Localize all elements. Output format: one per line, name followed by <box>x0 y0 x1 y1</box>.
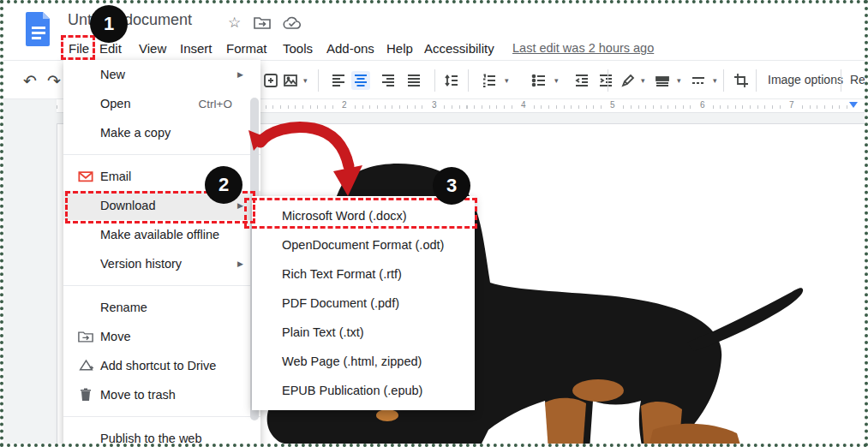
increase-indent-icon[interactable] <box>596 71 615 90</box>
align-left-icon[interactable] <box>329 71 348 90</box>
star-icon[interactable]: ☆ <box>228 14 241 32</box>
menu-addons[interactable]: Add-ons <box>326 41 374 56</box>
redo-icon[interactable]: ↷ <box>45 71 63 90</box>
border-dash-icon[interactable] <box>689 71 708 90</box>
submenu-item-plain-text[interactable]: Plain Text (.txt) <box>252 318 475 347</box>
menu-item-make-a-copy[interactable]: Make a copy <box>63 118 260 147</box>
bulleted-list-dropdown-icon[interactable]: ▾ <box>554 76 559 85</box>
shortcut-label: Ctrl+O <box>199 98 232 110</box>
submenu-item-pdf[interactable]: PDF Document (.pdf) <box>252 289 475 318</box>
toolbar-separator <box>723 69 724 92</box>
menu-item-rename[interactable]: Rename <box>63 293 260 322</box>
toolbar-separator <box>468 69 469 92</box>
toolbar-separator <box>434 69 435 92</box>
menu-divider <box>63 416 260 417</box>
move-folder-icon <box>76 331 95 343</box>
menu-file[interactable]: File <box>69 41 89 56</box>
insert-image-icon[interactable] <box>281 71 300 90</box>
toolbar-separator <box>318 69 319 92</box>
submenu-item-epub[interactable]: EPUB Publication (.epub) <box>252 376 475 405</box>
menu-edit[interactable]: Edit <box>99 41 122 56</box>
menu-item-version-history[interactable]: Version history ▶ <box>63 249 260 278</box>
border-dash-dropdown-icon[interactable]: ▾ <box>713 76 717 85</box>
ruler-number: 4 <box>518 100 529 110</box>
submenu-item-microsoft-word[interactable]: Microsoft Word (.docx) <box>252 201 475 230</box>
ruler-number: 3 <box>429 100 440 110</box>
submenu-item-web-page[interactable]: Web Page (.html, zipped) <box>252 347 475 376</box>
title-bar: Untitled document ☆ File Edit View Inser… <box>3 3 865 60</box>
reset-image-button[interactable]: Re <box>850 73 865 86</box>
numbered-list-icon[interactable] <box>480 71 499 90</box>
crop-icon[interactable] <box>732 71 751 90</box>
annotation-badge-3: 3 <box>433 167 470 205</box>
margin-marker-icon[interactable] <box>849 102 858 108</box>
undo-icon[interactable]: ↶ <box>21 71 39 90</box>
move-folder-icon[interactable] <box>254 16 271 30</box>
decrease-indent-icon[interactable] <box>572 71 591 90</box>
cloud-saved-icon[interactable] <box>283 16 302 30</box>
menu-divider <box>63 154 260 155</box>
annotation-badge-1: 1 <box>90 5 128 43</box>
submenu-item-rich-text[interactable]: Rich Text Format (.rtf) <box>252 259 475 289</box>
line-weight-icon[interactable] <box>653 71 672 90</box>
menu-item-make-available-offline[interactable]: Make available offline <box>63 220 260 249</box>
ruler-number: 6 <box>697 100 708 110</box>
toolbar-separator <box>756 69 757 92</box>
submenu-arrow-icon: ▶ <box>237 201 243 210</box>
add-comment-icon[interactable] <box>261 71 280 90</box>
menu-item-move[interactable]: Move <box>63 322 260 351</box>
menu-format[interactable]: Format <box>226 41 267 56</box>
menu-insert[interactable]: Insert <box>180 41 213 56</box>
menu-divider <box>63 285 260 286</box>
image-options-button[interactable]: Image options <box>768 73 843 86</box>
google-docs-icon <box>26 12 51 48</box>
menu-help[interactable]: Help <box>386 41 413 56</box>
last-edit-link[interactable]: Last edit was 2 hours ago <box>512 41 654 55</box>
screenshot-frame: 2 3 4 5 6 7 Untitled document <box>0 0 868 447</box>
menu-item-new[interactable]: New ▶ <box>63 60 260 89</box>
toolbar-separator <box>841 69 841 92</box>
menu-item-open[interactable]: Open Ctrl+O <box>63 89 260 118</box>
menu-item-add-shortcut-to-drive[interactable]: Add shortcut to Drive <box>63 351 260 380</box>
document-title[interactable]: Untitled document <box>68 11 192 29</box>
line-spacing-icon[interactable] <box>442 71 461 90</box>
border-color-icon[interactable] <box>619 71 638 90</box>
image-dropdown-icon[interactable]: ▾ <box>303 76 308 85</box>
menu-item-move-to-trash[interactable]: Move to trash <box>63 380 260 409</box>
bulleted-list-icon[interactable] <box>530 71 548 90</box>
numbered-list-dropdown-icon[interactable]: ▾ <box>505 76 509 85</box>
menu-view[interactable]: View <box>139 41 166 56</box>
align-center-icon[interactable] <box>351 71 370 90</box>
annotation-badge-2: 2 <box>205 166 242 204</box>
border-color-dropdown-icon[interactable]: ▾ <box>641 76 645 85</box>
submenu-arrow-icon: ▶ <box>237 70 243 79</box>
file-menu: New ▶ Open Ctrl+O Make a copy Email Down… <box>63 60 260 447</box>
drive-add-icon <box>76 359 95 372</box>
ruler-number: 7 <box>787 100 797 110</box>
gmail-icon <box>76 170 95 182</box>
align-right-icon[interactable] <box>379 71 398 90</box>
download-submenu: Microsoft Word (.docx) OpenDocument Form… <box>252 196 475 410</box>
submenu-item-opendocument[interactable]: OpenDocument Format (.odt) <box>252 230 475 259</box>
ruler-number: 2 <box>339 100 350 110</box>
menu-accessibility[interactable]: Accessibility <box>424 41 494 56</box>
ruler-number: 5 <box>608 100 618 110</box>
line-weight-dropdown-icon[interactable]: ▾ <box>677 76 681 85</box>
menu-tools[interactable]: Tools <box>283 41 313 56</box>
menu-item-publish-to-the-web[interactable]: Publish to the web <box>63 424 260 447</box>
trash-icon <box>76 388 95 402</box>
toolbar-separator <box>608 69 608 92</box>
justify-icon[interactable] <box>404 71 423 90</box>
submenu-arrow-icon: ▶ <box>237 259 243 268</box>
